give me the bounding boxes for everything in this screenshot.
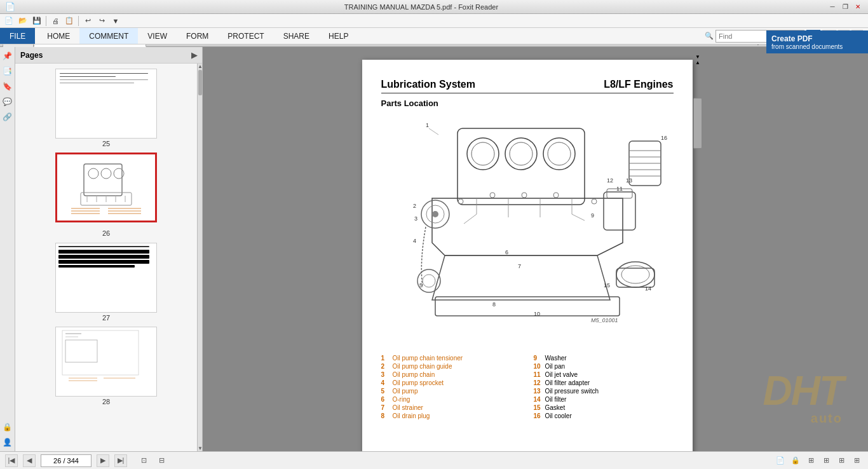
- side-icon-2[interactable]: 📑: [1, 65, 14, 78]
- svg-point-1: [88, 168, 98, 179]
- pdf-heading-left: Lubrication System: [381, 79, 475, 90]
- svg-text:11: 11: [616, 186, 623, 192]
- print-icon[interactable]: 🖨: [49, 15, 62, 27]
- svg-text:13: 13: [626, 177, 632, 184]
- vscroll-up-btn[interactable]: ▲: [693, 60, 703, 65]
- page-thumb-27[interactable]: 27: [52, 243, 160, 322]
- svg-text:2: 2: [413, 203, 416, 209]
- svg-rect-23: [458, 128, 585, 205]
- menu-comment[interactable]: COMMENT: [79, 28, 138, 44]
- create-pdf-line1: Create PDF: [771, 34, 813, 43]
- window-controls[interactable]: ─ ❐ ✕: [827, 3, 863, 11]
- pages-panel: Pages ▶ 25: [15, 47, 203, 451]
- svg-point-34: [417, 269, 440, 292]
- page-thumb-img-25: [55, 69, 157, 139]
- status-right-icons: 📄 🔒 ⊞ ⊞ ⊞ ⊞: [774, 454, 863, 467]
- pdf-heading-right: L8/LF Engines: [604, 79, 673, 90]
- page-label-25: 25: [102, 140, 110, 147]
- side-icon-1[interactable]: 📌: [1, 50, 14, 62]
- toolbar-icons: 📄 📂 💾 🖨 📋 ↩ ↪ ▼: [0, 14, 868, 28]
- first-page-button[interactable]: |◀: [5, 454, 18, 467]
- document-area: Lubrication System L8/LF Engines Parts L…: [203, 47, 868, 451]
- parts-diagram: 1 2 3 4 5 6 7 8 10 11 12 13 14 15 16: [381, 116, 674, 344]
- title-bar: 📄 TRAINING MANUAL MAZDA 5.pdf - Foxit Re…: [0, 0, 868, 14]
- part-item-5: 5 Oil pump: [381, 388, 521, 395]
- menu-help[interactable]: HELP: [319, 28, 358, 44]
- part-item-1: 1 Oil pump chain tensioner: [381, 355, 521, 362]
- page-input[interactable]: [41, 454, 92, 467]
- menu-view[interactable]: VIEW: [138, 28, 177, 44]
- create-pdf-banner[interactable]: Create PDF from scanned documents: [766, 31, 868, 53]
- undo-icon[interactable]: ↩: [81, 15, 94, 27]
- prev-page-button[interactable]: ◀: [23, 454, 36, 467]
- side-icon-4[interactable]: 💬: [1, 95, 14, 108]
- redo-icon[interactable]: ↪: [95, 15, 108, 27]
- new-icon[interactable]: 📄: [3, 15, 15, 27]
- menu-protect[interactable]: PROTECT: [218, 28, 273, 44]
- part-item-4: 4 Oil pump sprocket: [381, 379, 521, 386]
- status-icon-4[interactable]: ⊞: [820, 454, 832, 467]
- page-thumb-25[interactable]: 25: [52, 69, 160, 147]
- page-thumb-26-active[interactable]: [52, 153, 160, 224]
- next-page-button[interactable]: ▶: [97, 454, 109, 467]
- app-title: TRAINING MANUAL MAZDA 5.pdf - Foxit Read…: [15, 3, 827, 11]
- status-icon-5[interactable]: ⊞: [835, 454, 848, 467]
- page-thumb-img-26: [55, 153, 157, 222]
- sep2: [78, 16, 79, 26]
- vscroll-down-btn[interactable]: ▼: [693, 54, 703, 60]
- svg-text:3: 3: [414, 215, 417, 222]
- sidebar-header: Pages ▶: [15, 47, 202, 64]
- part-item-10: 10 Oil pan: [534, 363, 674, 370]
- menu-form[interactable]: FORM: [177, 28, 218, 44]
- parts-list: 1 Oil pump chain tensioner 2 Oil pump ch…: [381, 355, 674, 421]
- svg-text:9: 9: [591, 212, 594, 219]
- svg-point-28: [510, 142, 532, 165]
- page-26-label-row: 26: [18, 229, 194, 238]
- pages-scroll-thumb[interactable]: [198, 70, 202, 95]
- save-icon[interactable]: 💾: [31, 15, 43, 27]
- vscroll-thumb[interactable]: [693, 98, 702, 149]
- status-icon-3[interactable]: ⊞: [804, 454, 817, 467]
- svg-point-2: [101, 168, 111, 179]
- create-pdf-line2: from scanned documents: [771, 43, 843, 50]
- menu-share[interactable]: SHARE: [274, 28, 319, 44]
- menu-file[interactable]: FILE: [0, 28, 35, 44]
- main-layout: 📌 📑 🔖 💬 🔗 🔒 👤 Pages ▶: [0, 47, 868, 451]
- open-icon[interactable]: 📂: [17, 15, 29, 27]
- status-icon-1[interactable]: 📄: [774, 454, 787, 467]
- page-thumb-28[interactable]: 28: [52, 327, 160, 405]
- side-icon-6[interactable]: 🔒: [1, 421, 14, 433]
- status-icon-2[interactable]: 🔒: [789, 454, 802, 467]
- close-button[interactable]: ✕: [853, 3, 863, 11]
- sidebar-collapse-button[interactable]: ▶: [191, 51, 197, 60]
- svg-point-68: [592, 199, 597, 204]
- side-icon-5[interactable]: 🔗: [1, 111, 14, 123]
- menu-home[interactable]: HOME: [37, 28, 79, 44]
- part-item-15: 15 Gasket: [534, 404, 674, 411]
- side-icon-7[interactable]: 👤: [1, 436, 14, 449]
- part-item-7: 7 Oil strainer: [381, 404, 521, 411]
- dropdown-icon[interactable]: ▼: [109, 15, 122, 27]
- svg-point-64: [458, 199, 463, 204]
- svg-text:M5_01001: M5_01001: [591, 317, 618, 323]
- svg-rect-36: [604, 192, 635, 230]
- part-item-3: 3 Oil pump chain: [381, 371, 521, 378]
- part-item-9: 9 Washer: [534, 355, 674, 362]
- page-num-26: 26: [102, 229, 110, 237]
- restore-button[interactable]: ❐: [840, 3, 850, 11]
- last-page-button[interactable]: ▶|: [114, 454, 127, 467]
- scroll-up-arrow[interactable]: ▲: [198, 64, 202, 69]
- pages-scrollbar[interactable]: ▲ ▼: [197, 64, 202, 451]
- status-icon-6[interactable]: ⊞: [850, 454, 863, 467]
- svg-text:6: 6: [505, 249, 508, 255]
- fit-width-icon[interactable]: ⊟: [155, 454, 168, 467]
- side-icon-3[interactable]: 🔖: [1, 80, 14, 93]
- minimize-button[interactable]: ─: [827, 3, 837, 11]
- svg-text:15: 15: [604, 282, 610, 289]
- scroll-down-arrow[interactable]: ▼: [198, 445, 202, 451]
- properties-icon[interactable]: 📋: [63, 15, 76, 27]
- svg-text:14: 14: [645, 285, 651, 292]
- fit-page-icon[interactable]: ⊡: [137, 454, 150, 467]
- svg-rect-19: [65, 340, 97, 362]
- page-label-28: 28: [102, 398, 110, 405]
